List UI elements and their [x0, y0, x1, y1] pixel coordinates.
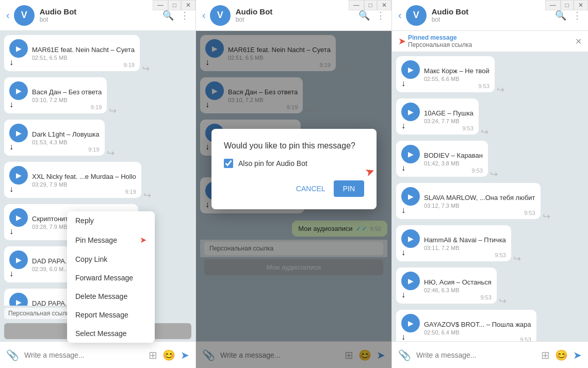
audio-message: ▶ ↓ Dark L1ght – Ловушка 01:53, 4.3 MB 9…	[4, 120, 105, 156]
msg-time: 9:53	[495, 252, 505, 258]
search-icon[interactable]: 🔍	[358, 10, 370, 21]
back-button[interactable]: ‹	[202, 9, 206, 21]
audio-meta: 03:12, 7.3 MB	[424, 203, 535, 209]
send-icon[interactable]: ➤	[573, 349, 582, 361]
audio-message: ▶ ↓ SLAVA MARLOW, ...Она тебя любит 03:1…	[396, 183, 541, 219]
modal-title: Would you like to pin this message?	[224, 141, 364, 150]
attachment-icon[interactable]: 📎	[398, 349, 411, 361]
avatar: V	[406, 5, 427, 26]
forward-icon[interactable]: ↪	[499, 295, 507, 307]
download-icon: ↓	[401, 163, 420, 173]
red-arrow-indicator: ➤	[398, 36, 406, 47]
play-button[interactable]: ▶	[9, 166, 28, 185]
play-button[interactable]: ▶	[9, 250, 28, 269]
minimize-btn[interactable]: —	[153, 0, 168, 10]
audio-title: НЮ, Асия – Останься	[424, 278, 492, 286]
audio-message: ▶ ↓ DAD PAPA... 02:39, 6.0 M...	[4, 289, 76, 306]
context-copy-link[interactable]: Copy Link	[67, 250, 155, 269]
forward-icon[interactable]: ↪	[481, 126, 488, 138]
play-button[interactable]: ▶	[401, 187, 420, 206]
maximize-btn[interactable]: □	[364, 0, 377, 10]
download-icon: ↓	[401, 206, 420, 215]
forward-icon[interactable]: ↪	[513, 253, 521, 264]
audio-title: GAYAZOV$ BROT... – Пошла жара	[424, 321, 531, 328]
sticker-icon[interactable]: ⊞	[541, 349, 550, 361]
back-button[interactable]: ‹	[6, 9, 10, 21]
audio-meta: 03:11, 7.2 MB	[424, 245, 506, 251]
context-delete-message[interactable]: Delete Message	[67, 287, 155, 306]
more-icon[interactable]: ⋮	[376, 10, 385, 21]
header-info: Audio Bot bot	[40, 7, 162, 23]
play-button[interactable]: ▶	[9, 208, 28, 227]
search-icon[interactable]: 🔍	[555, 10, 566, 21]
forward-icon[interactable]: ↪	[107, 147, 115, 159]
more-icon[interactable]: ⋮	[573, 10, 582, 21]
close-btn[interactable]: ✕	[377, 0, 391, 10]
back-button[interactable]: ‹	[398, 9, 402, 21]
msg-time: 9:53	[462, 125, 473, 131]
play-button[interactable]: ▶	[401, 272, 420, 290]
message-row: ▶ ↓ Макс Корж – Не твой 02:55, 6.6 MB 9:…	[396, 56, 584, 95]
msg-time: 9:19	[125, 189, 136, 195]
forward-icon[interactable]: ↪	[109, 105, 117, 116]
message-row: ▶ ↓ HammAli & Navai – Птичка 03:11, 7.2 …	[396, 225, 584, 264]
msg-time: 9:53	[480, 294, 491, 300]
attachment-icon[interactable]: 📎	[6, 349, 19, 361]
minimize-btn[interactable]: —	[349, 0, 364, 10]
forward-icon[interactable]: ↪	[538, 338, 546, 341]
message-row: ▶ ↓ 10AGE – Пушка 03:24, 7.7 MB 9:53 ↪	[396, 98, 584, 138]
pinned-message-bar[interactable]: ➤ Pinned message Персональная ссылка ✕	[392, 31, 588, 52]
context-forward-message[interactable]: Forward Message	[67, 269, 155, 287]
forward-icon[interactable]: ↪	[497, 84, 504, 95]
message-input[interactable]	[416, 351, 536, 359]
header-subtitle: bot	[432, 16, 555, 23]
pin-button[interactable]: PIN ➤	[334, 180, 364, 197]
download-icon: ↓	[401, 121, 420, 130]
maximize-btn[interactable]: □	[168, 0, 181, 10]
more-icon[interactable]: ⋮	[180, 10, 189, 21]
forward-icon[interactable]: ↪	[490, 169, 498, 180]
pinned-close-icon[interactable]: ✕	[575, 37, 582, 46]
sticker-icon[interactable]: ⊞	[149, 349, 157, 361]
emoji-icon[interactable]: 😊	[555, 349, 568, 361]
audio-meta: 03:10, 7.2 MB	[32, 97, 102, 103]
minimize-btn[interactable]: —	[545, 0, 561, 10]
header-info: Audio Bot bot	[236, 7, 358, 23]
cancel-button[interactable]: CANCEL	[296, 180, 325, 197]
download-icon: ↓	[401, 79, 420, 88]
message-input[interactable]	[24, 351, 143, 359]
play-button[interactable]: ▶	[401, 60, 420, 79]
download-icon: ↓	[9, 269, 28, 278]
close-btn[interactable]: ✕	[181, 0, 195, 10]
forward-icon[interactable]: ↪	[143, 190, 151, 201]
forward-icon[interactable]: ↪	[142, 63, 150, 74]
search-icon[interactable]: 🔍	[162, 10, 174, 21]
play-button[interactable]: ▶	[9, 81, 28, 100]
play-button[interactable]: ▶	[401, 103, 420, 121]
audio-title: Dark L1ght – Ловушка	[32, 130, 100, 138]
audio-meta: 01:42, 3.8 MB	[424, 160, 483, 166]
audio-title: HammAli & Navai – Птичка	[424, 236, 506, 244]
audio-message: ▶ ↓ XXL Nicky feat. ...e Murdaa – Hollo …	[4, 162, 141, 198]
play-button[interactable]: ▶	[9, 39, 28, 58]
pin-checkbox[interactable]	[224, 159, 233, 168]
audio-message: ▶ ↓ Вася Дан – Без ответа 03:10, 7.2 MB …	[4, 77, 107, 113]
play-button[interactable]: ▶	[401, 145, 420, 163]
play-button[interactable]: ▶	[9, 293, 28, 306]
context-select-message[interactable]: Select Message	[67, 324, 155, 343]
play-button[interactable]: ▶	[401, 314, 420, 332]
context-pin-message[interactable]: Pin Message ➤	[67, 230, 155, 250]
context-report-message[interactable]: Report Message	[67, 306, 155, 324]
close-btn[interactable]: ✕	[574, 0, 588, 10]
audio-meta: 03:29, 7.9 MB	[32, 181, 136, 188]
emoji-icon[interactable]: 😊	[162, 349, 175, 361]
play-button[interactable]: ▶	[401, 229, 420, 248]
forward-icon[interactable]: ↪	[543, 211, 550, 222]
send-icon[interactable]: ➤	[181, 349, 189, 361]
middle-panel: — □ ✕ ‹ V Audio Bot bot 🔍 ⋮ ▶ ↓ MAR61E f…	[196, 0, 392, 368]
maximize-btn[interactable]: □	[561, 0, 574, 10]
message-row: ▶ ↓ SLAVA MARLOW, ...Она тебя любит 03:1…	[396, 183, 584, 222]
pinned-text: Персональная ссылка	[408, 41, 575, 48]
play-button[interactable]: ▶	[9, 124, 28, 142]
context-reply[interactable]: Reply	[67, 211, 155, 230]
